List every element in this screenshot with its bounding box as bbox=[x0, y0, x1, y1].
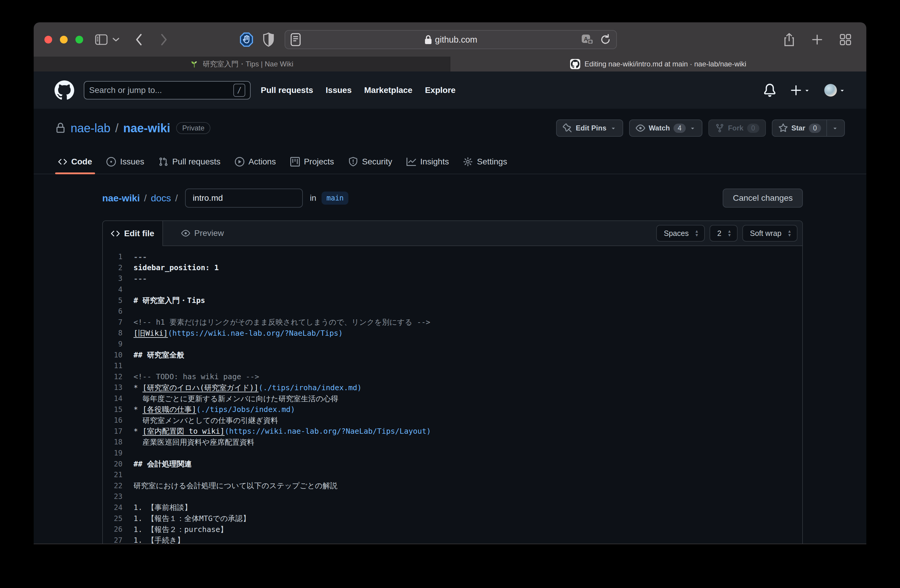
browser-tab-github-edit[interactable]: Editing nae-wiki/intro.md at main · nae-… bbox=[450, 57, 867, 71]
github-logo-icon[interactable] bbox=[54, 80, 74, 100]
share-icon[interactable] bbox=[784, 32, 795, 47]
search-box[interactable]: / bbox=[84, 81, 251, 99]
code-line[interactable]: 3--- bbox=[103, 273, 802, 284]
repo-tab-code[interactable]: Code bbox=[51, 157, 99, 174]
code-line-text[interactable]: 1. 【報告２：purchase】 bbox=[133, 525, 228, 534]
code-line[interactable]: 241. 【事前相談】 bbox=[103, 502, 802, 513]
browser-tab-nae-wiki-site[interactable]: 研究室入門・Tips | Nae Wiki bbox=[34, 57, 450, 71]
code-line[interactable]: 18 産業医巡回用資料や座席配置資料 bbox=[103, 437, 802, 448]
minimize-window-button[interactable] bbox=[60, 36, 68, 43]
code-line[interactable]: 261. 【報告２：purchase】 bbox=[103, 524, 802, 535]
repo-name-link[interactable]: nae-wiki bbox=[123, 122, 171, 135]
code-line-text[interactable]: 1. 【手続き】 bbox=[133, 535, 185, 544]
repo-tab-settings[interactable]: Settings bbox=[456, 157, 514, 174]
forward-icon[interactable] bbox=[160, 33, 168, 46]
repo-tab-pull-requests[interactable]: Pull requests bbox=[151, 157, 228, 174]
repo-tab-security[interactable]: Security bbox=[341, 157, 399, 174]
code-line[interactable]: 14 毎年度ごとに更新する新メンバに向けた研究室生活の心得 bbox=[103, 393, 802, 404]
code-line-text[interactable]: * [各役職の仕事](./tips/Jobs/index.md) bbox=[133, 404, 295, 414]
repo-tab-issues[interactable]: Issues bbox=[99, 157, 151, 174]
nav-explore[interactable]: Explore bbox=[425, 85, 456, 95]
watch-button[interactable]: Watch 4 bbox=[629, 119, 703, 137]
user-menu-button[interactable] bbox=[824, 84, 846, 97]
sidebar-chevron-down-icon[interactable] bbox=[112, 37, 119, 42]
back-icon[interactable] bbox=[135, 33, 143, 46]
code-line[interactable]: 4 bbox=[103, 284, 802, 295]
code-line-text[interactable]: # 研究室入門・Tips bbox=[133, 296, 205, 305]
filename-input[interactable] bbox=[185, 189, 303, 207]
reload-icon[interactable] bbox=[600, 34, 611, 46]
repo-tab-projects[interactable]: Projects bbox=[283, 157, 341, 174]
sidebar-icon[interactable] bbox=[95, 34, 107, 45]
code-line-text[interactable]: ## 会計処理関連 bbox=[133, 459, 192, 469]
code-line[interactable]: 16 研究室メンバとしての仕事の引継ぎ資料 bbox=[103, 415, 802, 426]
code-line-text[interactable]: sidebar_position: 1 bbox=[133, 263, 219, 272]
search-input[interactable] bbox=[89, 85, 233, 95]
translate-icon[interactable]: A✱ bbox=[581, 34, 594, 45]
star-dropdown[interactable] bbox=[826, 120, 838, 136]
code-line[interactable]: 19 bbox=[103, 448, 802, 459]
star-button[interactable]: Star 0 bbox=[772, 119, 845, 137]
code-line[interactable]: 13* [研究室のイロハ(研究室ガイド)](./tips/iroha/index… bbox=[103, 382, 802, 393]
code-line-text[interactable]: 毎年度ごとに更新する新メンバに向けた研究室生活の心得 bbox=[133, 394, 338, 404]
code-line-text[interactable]: * [研究室のイロハ(研究室ガイド)](./tips/iroha/index.m… bbox=[133, 383, 362, 393]
code-line-text[interactable]: [旧Wiki](https://wiki.nae-lab.org/?NaeLab… bbox=[133, 328, 343, 338]
code-line[interactable]: 271. 【手続き】 bbox=[103, 535, 802, 544]
code-line[interactable]: 21 bbox=[103, 469, 802, 480]
breadcrumb-repo-link[interactable]: nae-wiki bbox=[102, 193, 140, 204]
content-blocker-hand-icon[interactable] bbox=[239, 32, 254, 47]
nav-marketplace[interactable]: Marketplace bbox=[364, 85, 413, 95]
nav-issues[interactable]: Issues bbox=[326, 85, 352, 95]
cancel-changes-button[interactable]: Cancel changes bbox=[723, 189, 803, 207]
code-line-text[interactable]: * [室内配置図 to wiki](https://wiki.nae-lab.o… bbox=[133, 426, 431, 436]
nav-pull-requests[interactable]: Pull requests bbox=[261, 85, 313, 95]
edit-pins-button[interactable]: Edit Pins bbox=[556, 119, 623, 137]
privacy-shield-icon[interactable] bbox=[262, 32, 275, 47]
tab-overview-icon[interactable] bbox=[839, 34, 852, 46]
code-line[interactable]: 6 bbox=[103, 306, 802, 317]
code-line[interactable]: 2sidebar_position: 1 bbox=[103, 262, 802, 274]
repo-owner-link[interactable]: nae-lab bbox=[71, 122, 110, 135]
new-tab-icon[interactable] bbox=[812, 34, 823, 45]
code-line-text[interactable]: 研究室メンバとしての仕事の引継ぎ資料 bbox=[133, 416, 278, 426]
code-line[interactable]: 15* [各役職の仕事](./tips/Jobs/index.md) bbox=[103, 404, 802, 415]
code-line[interactable]: 10## 研究室全般 bbox=[103, 350, 802, 361]
code-line-text[interactable]: 1. 【事前相談】 bbox=[133, 503, 192, 512]
code-line-text[interactable]: 1. 【報告１：全体MTGでの承認】 bbox=[133, 514, 250, 523]
tab-edit-file[interactable]: Edit file bbox=[103, 221, 163, 246]
breadcrumb-dir-link[interactable]: docs bbox=[151, 193, 171, 204]
wrap-mode-select[interactable]: Soft wrap ▲▼ bbox=[742, 225, 798, 241]
create-new-button[interactable] bbox=[790, 84, 810, 96]
code-area[interactable]: 1---2sidebar_position: 13---45# 研究室入門・Ti… bbox=[103, 246, 802, 544]
code-line-text[interactable]: ## 研究室全般 bbox=[133, 350, 184, 360]
code-line[interactable]: 7<!-- h1 要素だけはリンクがそのまま反映されてしまうので、リンクを別にす… bbox=[103, 317, 802, 328]
code-line[interactable]: 17* [室内配置図 to wiki](https://wiki.nae-lab… bbox=[103, 426, 802, 437]
code-line-text[interactable]: --- bbox=[133, 252, 147, 261]
repo-tab-actions[interactable]: Actions bbox=[228, 157, 283, 174]
code-line[interactable]: 11 bbox=[103, 361, 802, 371]
code-line[interactable]: 23 bbox=[103, 491, 802, 502]
code-line-text[interactable]: <!-- h1 要素だけはリンクがそのまま反映されてしまうので、リンクを別にする… bbox=[133, 317, 430, 327]
reader-icon[interactable] bbox=[290, 33, 301, 46]
address-bar[interactable]: github.com A✱ bbox=[285, 30, 617, 49]
indent-size-select[interactable]: 2 ▲▼ bbox=[709, 225, 737, 241]
code-line[interactable]: 22研究室における会計処理について以下のステップごとの解説 bbox=[103, 480, 802, 491]
code-line[interactable]: 8[旧Wiki](https://wiki.nae-lab.org/?NaeLa… bbox=[103, 328, 802, 339]
code-line-text[interactable]: 研究室における会計処理について以下のステップごとの解説 bbox=[133, 481, 337, 491]
notifications-bell-icon[interactable] bbox=[763, 84, 776, 97]
indent-mode-select[interactable]: Spaces ▲▼ bbox=[656, 225, 705, 241]
code-line-text[interactable]: 産業医巡回用資料や座席配置資料 bbox=[133, 437, 254, 447]
fork-button[interactable]: Fork 0 bbox=[708, 119, 766, 137]
code-line[interactable]: 9 bbox=[103, 339, 802, 350]
code-line[interactable]: 251. 【報告１：全体MTGでの承認】 bbox=[103, 513, 802, 524]
repo-tab-insights[interactable]: Insights bbox=[399, 157, 456, 174]
code-line[interactable]: 12<!-- TODO: has wiki page --> bbox=[103, 371, 802, 382]
code-line-text[interactable]: <!-- TODO: has wiki page --> bbox=[133, 372, 259, 381]
code-line[interactable]: 5# 研究室入門・Tips bbox=[103, 295, 802, 306]
code-line[interactable]: 1--- bbox=[103, 251, 802, 262]
zoom-window-button[interactable] bbox=[75, 36, 83, 43]
close-window-button[interactable] bbox=[44, 36, 52, 43]
code-line[interactable]: 20## 会計処理関連 bbox=[103, 458, 802, 469]
tab-preview[interactable]: Preview bbox=[163, 221, 242, 246]
code-line-text[interactable]: --- bbox=[133, 274, 147, 283]
